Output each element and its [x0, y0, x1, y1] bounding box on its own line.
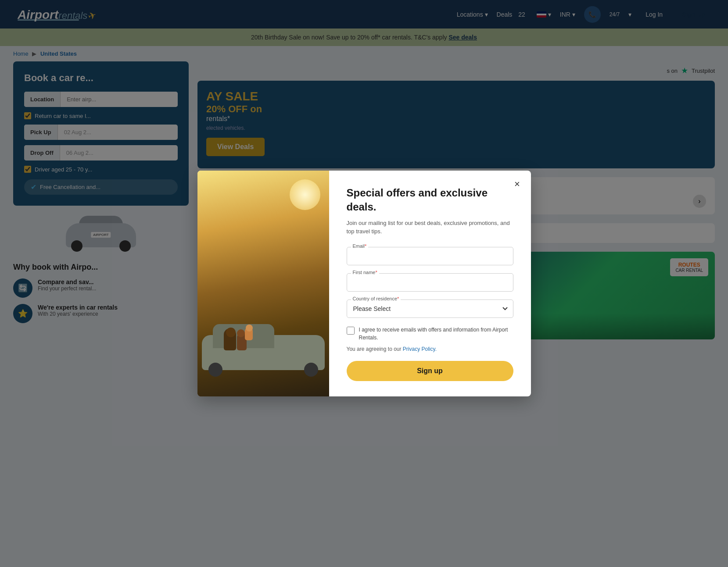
- modal-form-panel: × Special offers and exclusive deals. Jo…: [329, 171, 531, 396]
- policy-note: You are agreeing to our Privacy Policy.: [347, 346, 513, 352]
- consent-checkbox[interactable]: [347, 327, 355, 335]
- consent-text: I agree to receive emails with offers an…: [359, 326, 513, 342]
- country-form-group: Country of residence* Please Select Unit…: [347, 300, 513, 318]
- country-required-marker: *: [397, 296, 399, 301]
- modal-image-panel: [197, 171, 329, 396]
- modal-close-button[interactable]: ×: [510, 177, 524, 191]
- firstname-label: First name*: [351, 270, 379, 275]
- modal-overlay[interactable]: × Special offers and exclusive deals. Jo…: [0, 0, 728, 567]
- country-label: Country of residence*: [351, 296, 401, 301]
- firstname-form-group: First name*: [347, 273, 513, 292]
- privacy-policy-link[interactable]: Privacy Policy.: [403, 346, 437, 352]
- firstname-input[interactable]: [347, 273, 513, 292]
- family-photo: [197, 171, 329, 396]
- email-form-group: Email*: [347, 247, 513, 265]
- modal-signup-button[interactable]: Sign up: [347, 361, 513, 381]
- modal-subtitle: Join our mailing list for our best deals…: [347, 219, 513, 236]
- consent-row: I agree to receive emails with offers an…: [347, 326, 513, 342]
- email-required-marker: *: [365, 243, 366, 249]
- country-select[interactable]: Please Select United States United Kingd…: [347, 300, 513, 318]
- modal-title: Special offers and exclusive deals.: [347, 186, 513, 213]
- firstname-required-marker: *: [375, 270, 377, 275]
- email-input[interactable]: [347, 247, 513, 265]
- email-label: Email*: [351, 243, 369, 249]
- modal-dialog: × Special offers and exclusive deals. Jo…: [197, 171, 531, 396]
